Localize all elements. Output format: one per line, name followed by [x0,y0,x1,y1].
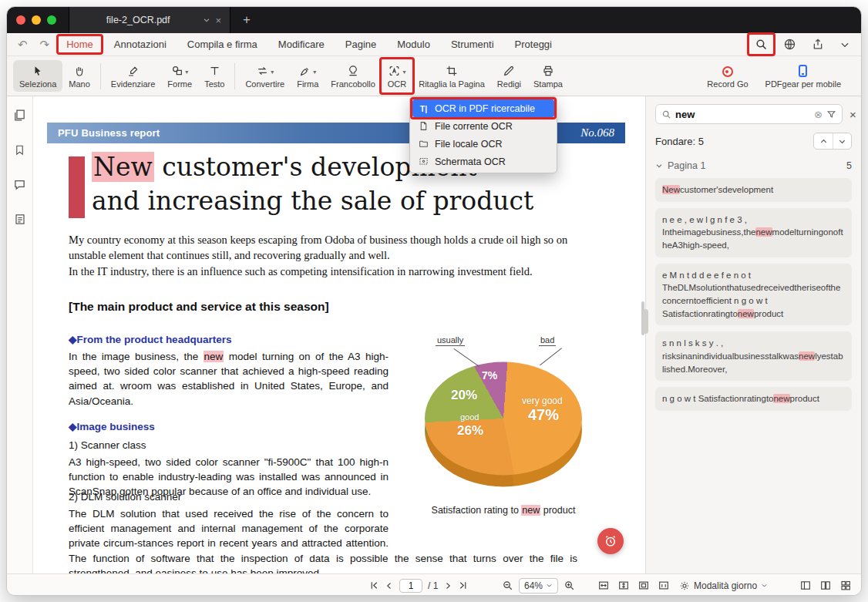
menu-tab-proteggi[interactable]: Proteggi [515,39,552,50]
stamp-tool-button[interactable]: Francobollo [325,60,381,92]
pie-caption: Satisfaction rating to new product [409,505,597,516]
convert-tool-button[interactable]: ▾ Convertire [239,60,291,92]
zoom-in-icon[interactable] [564,580,575,591]
annotations-list-panel-icon[interactable] [14,213,26,226]
fit-page-icon[interactable] [638,580,650,591]
menu-item-ocr-screenshot[interactable]: Schermata OCR [412,153,554,170]
previous-page-icon[interactable] [385,581,394,590]
minimize-window-button[interactable] [32,15,41,25]
display-mode-control[interactable]: Modalità giorno [679,574,768,596]
menu-tab-annotazioni[interactable]: Annotazioni [114,39,167,50]
crop-icon [446,63,458,77]
zoom-level-select[interactable]: 64% [519,578,558,594]
thumbnails-panel-icon[interactable] [13,109,26,122]
print-button[interactable]: Stampa [527,60,569,92]
result-match: new [755,227,772,237]
hand-tool-button[interactable]: Mano [62,60,96,92]
comments-panel-icon[interactable] [13,178,26,191]
panel-resize-handle[interactable] [643,309,648,334]
inline-match: new [521,505,540,516]
side-panel-toggle-icon[interactable] [799,580,812,591]
stamp-icon [347,63,359,77]
menu-bar: ↶ ↷ Home Annotazioni Compila e firma Mod… [7,33,861,56]
next-page-icon[interactable] [443,581,453,590]
globe-icon[interactable] [783,38,796,51]
tab-title: file-2_OCR.pdf [76,15,200,25]
search-icon [661,109,671,119]
bookmarks-panel-icon[interactable] [14,143,25,156]
next-result-chevron-down-icon[interactable] [833,133,851,149]
intro-paragraph-1: My country economy at this season keeps … [69,232,577,264]
select-tool-button[interactable]: Seleziona [13,60,62,92]
menu-item-ocr-searchable-pdf[interactable]: T| OCR in PDF ricercabile [412,99,554,117]
menu-tab-home[interactable]: Home [66,39,93,50]
alert-floating-button[interactable] [597,528,624,554]
zoom-window-button[interactable] [47,15,56,25]
chevron-down-icon [761,582,768,589]
highlight-tool-button[interactable]: Evidenziare [105,60,161,92]
menu-tab-modulo[interactable]: Modulo [397,39,430,50]
menu-tab-strumenti[interactable]: Strumenti [451,39,494,50]
search-input[interactable] [675,109,810,120]
search-result-item[interactable]: s n n l s k s y . , risksinanindividualb… [655,331,852,381]
menu-tab-pagine[interactable]: Pagine [345,39,376,50]
search-field[interactable]: ⊗ [655,104,843,124]
pie-label-very-good: very good [522,395,563,406]
menu-tab-modificare[interactable]: Modificare [278,39,325,50]
document-icon [418,121,429,131]
filter-funnel-icon[interactable] [826,109,836,119]
result-match: new [738,309,754,318]
collapse-toolbar-chevron-icon[interactable] [839,39,850,50]
share-icon[interactable] [812,38,824,51]
redact-button[interactable]: Redigi [491,60,527,92]
chevron-down-icon [546,582,553,589]
document-tab[interactable]: file-2_OCR.pdf × [69,7,230,33]
search-result-item[interactable]: n g o w t Satisfactionratingtonewproduct [655,387,852,411]
intro-paragraph-2: In the IT industry, there is an influenc… [69,264,577,279]
alarm-clock-icon [604,534,617,548]
tab-close-icon[interactable]: × [213,15,224,26]
undo-icon[interactable]: ↶ [18,38,28,52]
report-number: No.068 [580,126,614,140]
toolbar-divider [100,63,101,89]
group-collapse-chevron-icon [655,162,663,170]
cursor-icon [32,63,43,77]
fit-width-icon[interactable] [597,580,610,591]
search-result-item[interactable]: Newcustomer'sdevelopment [655,178,852,202]
page-number-input[interactable] [399,579,422,593]
text-tool-button[interactable]: Testo [198,60,230,92]
last-page-icon[interactable] [458,580,468,590]
search-icon[interactable] [755,38,768,51]
pie-leader-line [453,348,479,367]
zoom-out-icon[interactable] [502,580,513,591]
first-page-icon[interactable] [369,580,379,590]
new-tab-button[interactable]: + [243,12,251,28]
pen-icon [299,65,311,77]
fit-height-icon[interactable] [617,580,630,591]
search-result-item[interactable]: e M n t d d e e f e n o t TheDLMsolution… [655,264,852,326]
close-window-button[interactable] [16,15,25,25]
tab-chevron-down-icon[interactable] [200,16,213,24]
crop-page-button[interactable]: Ritaglia la Pagina [412,60,491,92]
screenshot-icon [418,156,429,166]
shapes-tool-button[interactable]: ▾ Forme [161,60,198,92]
menu-item-ocr-current-file[interactable]: File corrente OCR [412,117,554,135]
ocr-tool-button[interactable]: ▾ OCR [382,60,412,92]
close-panel-icon[interactable]: × [849,108,856,121]
result-group-header[interactable]: Pagina 1 5 [655,160,852,171]
search-result-item[interactable]: n e e , e w l g n f e 3 , Intheimagebusi… [655,208,852,257]
heading-product-hq: ◆From the product headquarters [69,332,389,347]
actual-size-icon[interactable] [658,580,670,591]
thumbnail-grid-icon[interactable] [839,580,852,591]
menu-tab-compila-e-firma[interactable]: Compila e firma [187,39,257,50]
previous-result-chevron-up-icon[interactable] [814,133,833,149]
paragraph-dlm: The DLM solution that used received the … [69,506,577,573]
record-go-button[interactable]: Record Go [701,60,754,92]
sign-tool-button[interactable]: ▾ Firma [291,60,325,92]
menu-item-ocr-local-file[interactable]: File locale OCR [412,135,554,153]
facing-pages-icon[interactable] [819,580,832,591]
result-match: New [662,185,680,194]
pdfgear-mobile-button[interactable]: PDFgear per mobile [759,60,847,92]
clear-search-icon[interactable]: ⊗ [814,109,823,120]
redo-icon[interactable]: ↷ [40,38,50,52]
